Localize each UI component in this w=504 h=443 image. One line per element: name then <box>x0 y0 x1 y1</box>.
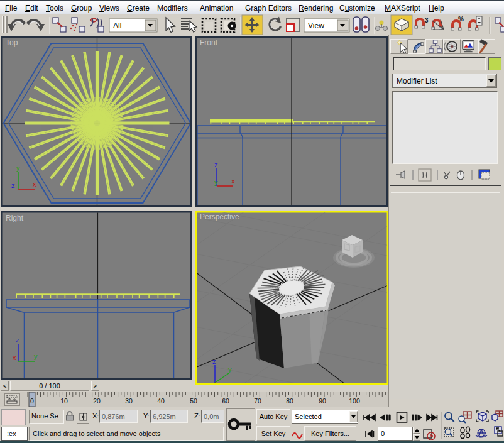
svg-text:20: 20 <box>93 397 101 405</box>
svg-text:Right: Right <box>6 214 24 222</box>
svg-text:z: z <box>11 182 15 189</box>
svg-text:50: 50 <box>190 397 197 405</box>
svg-text:y: y <box>34 353 38 360</box>
svg-text:y: y <box>214 178 218 186</box>
svg-text:z: z <box>214 161 218 168</box>
svg-text:30: 30 <box>125 397 133 405</box>
svg-text:z: z <box>212 358 216 365</box>
svg-text:40: 40 <box>157 397 165 405</box>
svg-text:z: z <box>16 336 19 344</box>
svg-text:%: % <box>458 16 464 23</box>
svg-text:0: 0 <box>30 397 34 405</box>
svg-text:Perspective: Perspective <box>200 212 239 221</box>
svg-text:100: 100 <box>349 397 360 405</box>
svg-text:60: 60 <box>222 397 229 405</box>
svg-text:70: 70 <box>254 397 261 405</box>
svg-text:Front: Front <box>200 38 218 47</box>
svg-text:x: x <box>13 354 16 361</box>
svg-text:10: 10 <box>60 397 68 405</box>
svg-text:80: 80 <box>286 397 293 405</box>
svg-text:90: 90 <box>319 397 326 405</box>
svg-text:x: x <box>231 177 235 185</box>
svg-text:Top: Top <box>6 38 18 47</box>
svg-text:All: All <box>113 21 121 30</box>
svg-text:View: View <box>308 21 324 30</box>
svg-text:3: 3 <box>425 17 429 24</box>
svg-text:x: x <box>33 180 36 188</box>
svg-text:y: y <box>228 366 232 373</box>
svg-text:y: y <box>16 164 20 172</box>
